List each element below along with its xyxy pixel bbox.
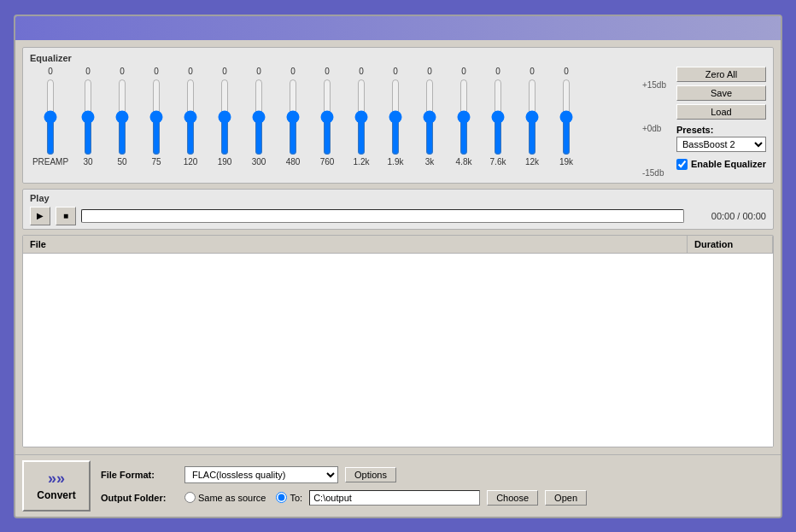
same-as-source-label: Same as source [198,493,266,503]
convert-icon: »» [48,470,65,488]
slider-label-12k: 12k [525,157,539,167]
slider-480[interactable] [284,79,301,155]
slider-300[interactable] [250,79,267,155]
slider-1.9k[interactable] [387,79,404,155]
slider-760[interactable] [319,79,336,155]
slider-value-190: 0 [222,67,227,79]
slider-50[interactable] [114,79,131,155]
slider-col-4.8k: 04.8k [447,67,481,167]
slider-col-19k: 019k [549,67,583,167]
slider-value-preamp: 0 [48,67,53,79]
zero-all-button[interactable]: Zero All [676,67,766,82]
slider-col-7.6k: 07.6k [481,67,515,167]
eq-controls: Zero All Save Load Presets: BassBoost 2B… [676,67,766,170]
slider-label-1.2k: 1.2k [354,157,370,167]
slider-label-30: 30 [83,157,92,167]
save-button[interactable]: Save [676,85,766,101]
equalizer-label: Equalizer [30,53,766,63]
slider-value-480: 0 [290,67,296,79]
db-minus15: -15db [642,168,666,178]
to-label: To: [290,493,302,503]
duration-col-header: Duration [688,236,773,253]
slider-value-1.9k: 0 [393,67,398,79]
db-zero: +0db [642,124,666,133]
convert-button[interactable]: »» Convert [22,460,91,512]
open-button[interactable]: Open [545,490,587,506]
slider-19k[interactable] [558,79,575,155]
slider-label-1.9k: 1.9k [388,157,404,167]
slider-190[interactable] [216,79,233,155]
output-path-input[interactable] [309,490,480,506]
content-area: Equalizer 0PREAMP03005007501200190030004… [15,40,781,454]
bottom-bar: »» Convert File Format: FLAC(lossless qu… [15,454,781,517]
slider-label-190: 190 [218,157,232,167]
format-row: File Format: FLAC(lossless quality)MP3AA… [101,466,587,483]
slider-label-preamp: PREAMP [32,157,68,167]
to-radio[interactable] [276,492,287,503]
play-controls: ▶ ■ 00:00 / 00:00 [30,207,766,225]
slider-col-1.2k: 01.2k [344,67,378,167]
presets-select[interactable]: BassBoost 2BassBoost 1FlatRockPopJazz [676,137,766,152]
slider-label-300: 300 [252,157,266,167]
radio-group: Same as source To: [184,492,302,503]
slider-label-50: 50 [117,157,126,167]
slider-col-75: 075 [139,67,173,167]
slider-value-4.8k: 0 [461,67,466,79]
slider-120[interactable] [182,79,199,155]
slider-col-760: 0760 [310,67,344,167]
slider-7.6k[interactable] [489,79,506,155]
play-section: Play ▶ ■ 00:00 / 00:00 [22,189,774,230]
load-button[interactable]: Load [676,104,766,120]
play-label: Play [30,193,766,203]
same-as-source-radio-label[interactable]: Same as source [184,492,266,503]
slider-label-480: 480 [286,157,301,167]
choose-button[interactable]: Choose [487,490,538,506]
slider-value-75: 0 [154,67,159,79]
file-format-select[interactable]: FLAC(lossless quality)MP3AACOGGWAV [184,466,338,483]
file-format-label: File Format: [101,470,178,480]
slider-col-50: 050 [105,67,139,167]
slider-col-preamp: 0PREAMP [30,67,71,167]
slider-value-3k: 0 [427,67,432,79]
slider-1.2k[interactable] [353,79,370,155]
convert-label: Convert [37,489,75,501]
file-list-header: File Duration [23,236,773,254]
enable-eq-label: Enable Equalizer [691,159,766,169]
slider-col-30: 030 [71,67,105,167]
slider-30[interactable] [79,79,97,155]
slider-label-19k: 19k [559,157,573,167]
bottom-settings: File Format: FLAC(lossless quality)MP3AA… [101,466,587,506]
slider-12k[interactable] [524,79,541,155]
slider-value-7.6k: 0 [495,67,500,79]
slider-4.8k[interactable] [455,79,472,155]
slider-75[interactable] [148,79,165,155]
slider-label-760: 760 [320,157,335,167]
slider-value-12k: 0 [530,67,535,79]
enable-equalizer-checkbox[interactable] [676,159,688,170]
slider-col-190: 0190 [208,67,242,167]
main-window: Equalizer 0PREAMP03005007501200190030004… [14,15,782,518]
slider-value-19k: 0 [564,67,569,79]
progress-bar[interactable] [81,209,684,223]
file-list-section: File Duration [22,235,774,447]
slider-value-1.2k: 0 [359,67,364,79]
equalizer-section: Equalizer 0PREAMP03005007501200190030004… [22,47,774,184]
slider-value-30: 0 [85,67,91,79]
slider-3k[interactable] [421,79,438,155]
slider-label-3k: 3k [425,157,435,167]
slider-col-3k: 03k [413,67,447,167]
stop-button[interactable]: ■ [56,207,76,225]
to-radio-label[interactable]: To: [276,492,302,503]
options-button[interactable]: Options [345,467,396,482]
same-as-source-radio[interactable] [184,492,196,503]
slider-col-300: 0300 [242,67,276,167]
file-list-body[interactable] [23,254,773,447]
slider-col-12k: 012k [515,67,549,167]
slider-col-480: 0480 [276,67,310,167]
eq-sliders-area: 0PREAMP0300500750120019003000480076001.2… [30,67,635,167]
output-row: Output Folder: Same as source To: Choose… [101,490,587,506]
slider-label-4.8k: 4.8k [456,157,472,167]
slider-label-7.6k: 7.6k [490,157,506,167]
slider-preamp[interactable] [42,79,59,155]
play-button[interactable]: ▶ [30,207,50,225]
